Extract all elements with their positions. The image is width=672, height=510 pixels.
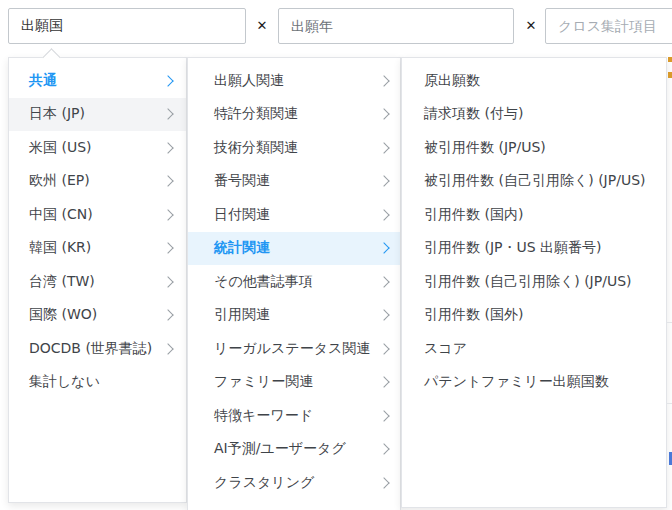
menu-item-family-related[interactable]: ファミリー関連 [188, 366, 400, 400]
clipped-background-line [667, 403, 672, 404]
chevron-right-icon [162, 209, 173, 220]
menu-item-tw[interactable]: 台湾 (TW) [9, 265, 186, 299]
chevron-right-icon [378, 410, 389, 421]
menu-item-citation-count-jp-us-appno[interactable]: 引用件数 (JP・US 出願番号) [402, 232, 666, 266]
clipped-background-fragment [668, 57, 672, 62]
menu-item-feature-keyword[interactable]: 特徴キーワード [188, 399, 400, 433]
menu-item-score[interactable]: スコア [402, 332, 666, 366]
menu-item-ep[interactable]: 欧州 (EP) [9, 165, 186, 199]
chevron-right-icon [378, 444, 389, 455]
chevron-right-icon [378, 142, 389, 153]
menu-item-kr[interactable]: 韓国 (KR) [9, 232, 186, 266]
menu-item-no-aggregation[interactable]: 集計しない [9, 366, 186, 400]
clipped-background-fragment [668, 72, 672, 78]
menu-item-label: リーガルステータス関連 [214, 340, 370, 358]
menu-item-label: 中国 (CN) [29, 206, 93, 224]
menu-item-number-related[interactable]: 番号関連 [188, 165, 400, 199]
menu-item-label: 韓国 (KR) [29, 239, 91, 257]
menu-item-label: AI予測/ユーザータグ [214, 440, 346, 458]
chevron-right-icon [378, 377, 389, 388]
chevron-right-icon [378, 343, 389, 354]
menu-item-original-application-count[interactable]: 原出願数 [402, 64, 666, 98]
multiply-separator-icon: ✕ [253, 17, 271, 35]
chevron-right-icon [162, 176, 173, 187]
cascader-panel-countries: 共通 日本 (JP) 米国 (US) 欧州 (EP) 中国 (CN) 韓国 (K… [8, 57, 187, 503]
menu-item-label: 被引用件数 (JP/US) [424, 139, 546, 157]
menu-item-label: ファミリー関連 [214, 373, 313, 391]
menu-item-label: 番号関連 [214, 172, 270, 190]
menu-item-us[interactable]: 米国 (US) [9, 131, 186, 165]
menu-item-applicant-related[interactable]: 出願人関連 [188, 64, 400, 98]
cross-tab-item-input[interactable] [545, 8, 672, 44]
menu-item-label: 請求項数 (付与) [424, 105, 523, 123]
cascader-panel-metrics: 原出願数 請求項数 (付与) 被引用件数 (JP/US) 被引用件数 (自己引用… [401, 57, 667, 508]
chevron-right-icon [162, 276, 173, 287]
menu-item-label: スコア [424, 340, 467, 358]
menu-item-citation-count-excl-self[interactable]: 引用件数 (自己引用除く) (JP/US) [402, 265, 666, 299]
chevron-right-icon [162, 310, 173, 321]
menu-item-docdb[interactable]: DOCDB (世界書誌) [9, 332, 186, 366]
menu-item-label: 特徴キーワード [214, 407, 313, 425]
menu-item-label: 引用件数 (国外) [424, 306, 523, 324]
menu-item-label: 引用関連 [214, 306, 270, 324]
multiply-separator-icon: ✕ [522, 17, 540, 35]
menu-item-label: 引用件数 (国内) [424, 206, 523, 224]
menu-item-citation-count-foreign[interactable]: 引用件数 (国外) [402, 299, 666, 333]
menu-item-claim-count-granted[interactable]: 請求項数 (付与) [402, 98, 666, 132]
menu-item-label: 原出願数 [424, 72, 480, 90]
menu-item-other-biblio[interactable]: その他書誌事項 [188, 265, 400, 299]
menu-item-label: 集計しない [29, 373, 100, 391]
menu-item-label: 出願人関連 [214, 72, 284, 90]
menu-item-date-related[interactable]: 日付関連 [188, 198, 400, 232]
menu-item-label: 特許分類関連 [214, 105, 298, 123]
clipped-background-line [667, 322, 672, 323]
menu-item-cited-count-jp-us[interactable]: 被引用件数 (JP/US) [402, 131, 666, 165]
chevron-right-icon [162, 343, 173, 354]
application-year-input[interactable] [278, 8, 514, 44]
menu-item-label: 国際 (WO) [29, 306, 97, 324]
menu-item-label: 日付関連 [214, 206, 270, 224]
menu-item-citation-count-domestic[interactable]: 引用件数 (国内) [402, 198, 666, 232]
menu-item-label: 米国 (US) [29, 139, 92, 157]
chevron-right-icon [162, 142, 173, 153]
chevron-right-icon [162, 243, 173, 254]
chevron-right-icon [378, 310, 389, 321]
menu-item-label: 統計関連 [214, 239, 270, 257]
chevron-right-icon [162, 75, 173, 86]
menu-item-legal-status-related[interactable]: リーガルステータス関連 [188, 332, 400, 366]
cascader-panel-categories: 出願人関連 特許分類関連 技術分類関連 番号関連 日付関連 統計関連 その他書誌… [187, 57, 401, 510]
menu-item-japan-jp[interactable]: 日本 (JP) [9, 98, 186, 132]
menu-item-label: 被引用件数 (自己引用除く) (JP/US) [424, 172, 646, 190]
chevron-right-icon [378, 276, 389, 287]
menu-item-clustering[interactable]: クラスタリング [188, 466, 400, 500]
menu-item-label: 台湾 (TW) [29, 273, 95, 291]
menu-item-cited-count-excl-self[interactable]: 被引用件数 (自己引用除く) (JP/US) [402, 165, 666, 199]
chevron-right-icon [378, 477, 389, 488]
menu-item-label: 欧州 (EP) [29, 172, 90, 190]
chevron-right-icon [378, 209, 389, 220]
menu-item-label: 引用件数 (自己引用除く) (JP/US) [424, 273, 632, 291]
cross-tab-filter-screen: ✕ ✕ 共通 日本 (JP) 米国 (US) 欧州 (EP) 中国 (CN) 韓… [0, 0, 672, 510]
chevron-right-icon [378, 109, 389, 120]
menu-item-label: パテントファミリー出願国数 [424, 373, 609, 391]
chevron-right-icon [162, 109, 173, 120]
menu-item-label: 技術分類関連 [214, 139, 298, 157]
menu-item-tech-class-related[interactable]: 技術分類関連 [188, 131, 400, 165]
menu-item-wo[interactable]: 国際 (WO) [9, 299, 186, 333]
menu-item-statistics-related[interactable]: 統計関連 [188, 232, 400, 266]
application-country-input[interactable] [8, 8, 246, 44]
chevron-right-icon [378, 75, 389, 86]
menu-item-label: その他書誌事項 [214, 273, 313, 291]
menu-item-patent-class-related[interactable]: 特許分類関連 [188, 98, 400, 132]
menu-item-label: 日本 (JP) [29, 105, 85, 123]
menu-item-ai-prediction-user-tag[interactable]: AI予測/ユーザータグ [188, 433, 400, 467]
menu-item-label: 引用件数 (JP・US 出願番号) [424, 239, 602, 257]
chevron-right-icon [378, 243, 389, 254]
menu-item-cn[interactable]: 中国 (CN) [9, 198, 186, 232]
menu-item-label: 共通 [29, 72, 57, 90]
menu-item-patent-family-country-count[interactable]: パテントファミリー出願国数 [402, 366, 666, 400]
menu-item-label: DOCDB (世界書誌) [29, 340, 152, 358]
menu-item-citation-related[interactable]: 引用関連 [188, 299, 400, 333]
menu-item-common[interactable]: 共通 [9, 64, 186, 98]
chevron-right-icon [378, 176, 389, 187]
